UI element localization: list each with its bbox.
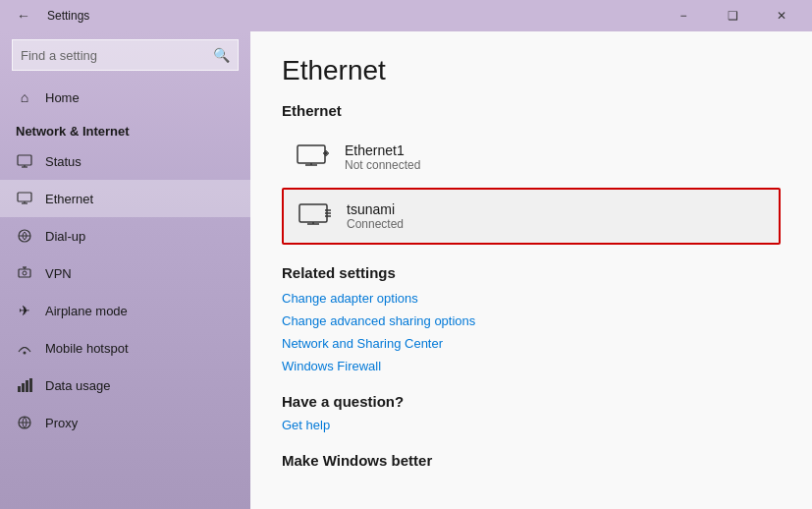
search-input[interactable] — [21, 48, 207, 63]
sidebar-item-label: Airplane mode — [45, 304, 128, 318]
data-icon — [16, 376, 33, 394]
titlebar-controls: − ❑ ✕ — [661, 0, 804, 31]
network-item-ethernet1[interactable]: Ethernet1 Not connected — [282, 131, 781, 184]
network-monitor-icon-ethernet1 — [296, 143, 331, 171]
home-icon: ⌂ — [16, 88, 33, 106]
network-sharing-center-link[interactable]: Network and Sharing Center — [282, 336, 781, 351]
vpn-icon — [16, 264, 33, 282]
airplane-icon: ✈ — [16, 302, 33, 319]
make-better-title: Make Windows better — [282, 452, 781, 469]
sidebar-item-label: Mobile hotspot — [45, 341, 129, 356]
svg-point-12 — [24, 352, 27, 355]
sidebar-item-status[interactable]: Status — [0, 142, 250, 180]
titlebar-title: Settings — [47, 9, 89, 23]
sidebar-item-hotspot[interactable]: Mobile hotspot — [0, 329, 250, 367]
sidebar-item-airplane[interactable]: ✈ Airplane mode — [0, 292, 250, 329]
svg-rect-0 — [18, 155, 31, 165]
windows-firewall-link[interactable]: Windows Firewall — [282, 359, 781, 373]
content-area: Ethernet Ethernet Ethernet1 Not connecte… — [250, 31, 812, 509]
hotspot-icon — [16, 339, 33, 357]
ethernet-section-title: Ethernet — [282, 102, 781, 119]
sidebar-item-dialup[interactable]: Dial-up — [0, 217, 250, 254]
sidebar-item-vpn[interactable]: VPN — [0, 254, 250, 292]
network-name-tsunami: tsunami — [347, 201, 404, 217]
svg-rect-26 — [299, 204, 327, 222]
question-title: Have a question? — [282, 393, 781, 410]
question-section: Have a question? Get help — [282, 393, 781, 432]
status-icon — [16, 152, 33, 170]
sidebar-item-label: Home — [45, 90, 80, 105]
back-button[interactable]: ← — [8, 0, 39, 31]
sidebar-item-label: VPN — [45, 266, 72, 281]
svg-rect-13 — [18, 386, 21, 392]
ethernet-icon — [16, 190, 33, 207]
titlebar-left: ← Settings — [8, 0, 89, 31]
network-status-ethernet1: Not connected — [345, 158, 420, 172]
network-info-tsunami: tsunami Connected — [347, 201, 404, 231]
minimize-button[interactable]: − — [661, 0, 706, 31]
page-title: Ethernet — [282, 55, 781, 86]
sidebar: 🔍 ⌂ Home Network & Internet Status — [0, 31, 250, 509]
network-item-tsunami[interactable]: tsunami Connected — [282, 188, 781, 245]
change-sharing-options-link[interactable]: Change advanced sharing options — [282, 313, 781, 328]
svg-rect-15 — [26, 380, 28, 392]
titlebar: ← Settings − ❑ ✕ — [0, 0, 812, 31]
svg-point-9 — [23, 271, 27, 275]
related-settings-title: Related settings — [282, 264, 781, 281]
svg-rect-8 — [19, 269, 30, 277]
sidebar-section-title: Network & Internet — [0, 116, 250, 142]
sidebar-item-label: Data usage — [45, 378, 111, 393]
network-name-ethernet1: Ethernet1 — [345, 142, 420, 158]
related-settings: Related settings Change adapter options … — [282, 264, 781, 373]
get-help-link[interactable]: Get help — [282, 418, 781, 432]
svg-rect-16 — [29, 378, 32, 392]
svg-rect-19 — [298, 145, 325, 163]
svg-rect-14 — [22, 383, 25, 392]
sidebar-item-label: Dial-up — [45, 229, 85, 244]
sidebar-item-ethernet[interactable]: Ethernet — [0, 180, 250, 217]
network-info-ethernet1: Ethernet1 Not connected — [345, 142, 420, 172]
maximize-button[interactable]: ❑ — [710, 0, 755, 31]
close-button[interactable]: ✕ — [759, 0, 804, 31]
svg-rect-3 — [18, 193, 31, 201]
sidebar-item-home[interactable]: ⌂ Home — [0, 79, 250, 116]
change-adapter-options-link[interactable]: Change adapter options — [282, 291, 781, 306]
sidebar-item-proxy[interactable]: Proxy — [0, 404, 250, 441]
dialup-icon — [16, 227, 33, 245]
search-box[interactable]: 🔍 — [12, 39, 239, 71]
make-better-section: Make Windows better — [282, 452, 781, 469]
network-status-tsunami: Connected — [347, 217, 404, 231]
search-icon: 🔍 — [213, 47, 230, 63]
proxy-icon — [16, 414, 33, 431]
sidebar-item-label: Proxy — [45, 416, 78, 430]
main-layout: 🔍 ⌂ Home Network & Internet Status — [0, 31, 812, 509]
sidebar-item-data[interactable]: Data usage — [0, 367, 250, 404]
sidebar-item-label: Status — [45, 154, 81, 169]
network-monitor-icon-tsunami — [298, 202, 333, 230]
sidebar-item-label: Ethernet — [45, 192, 93, 206]
